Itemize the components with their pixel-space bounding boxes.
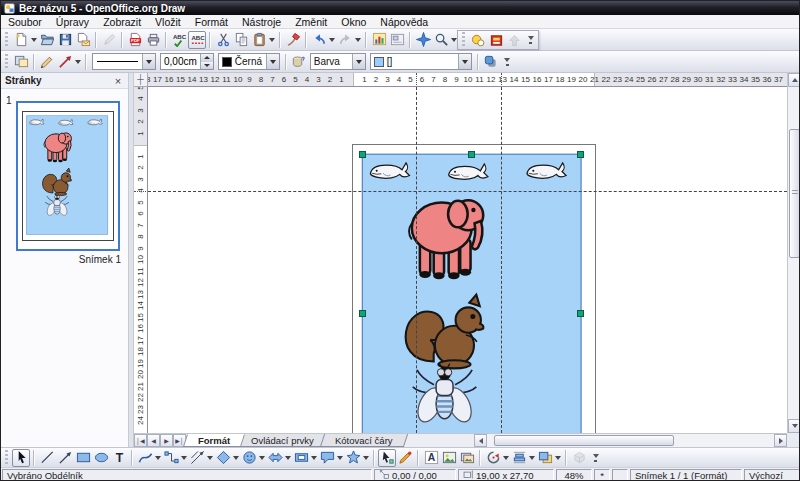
layer-tab-format[interactable]: Formát bbox=[183, 434, 245, 447]
spellcheck-button[interactable]: ABC bbox=[170, 31, 188, 49]
selection-handle[interactable] bbox=[359, 151, 366, 158]
symbol-shapes-dropdown-icon[interactable] bbox=[258, 449, 266, 467]
rectangle-button[interactable] bbox=[74, 449, 92, 467]
spin-up-icon[interactable] bbox=[201, 54, 213, 62]
menu-upravy[interactable]: Úpravy bbox=[49, 15, 96, 29]
page-thumbnail[interactable] bbox=[16, 101, 120, 251]
connector-button[interactable] bbox=[162, 449, 180, 467]
tab-nav-button-0[interactable]: │◀ bbox=[134, 434, 147, 447]
arrow-style-button[interactable] bbox=[56, 53, 74, 71]
scroll-right-icon[interactable] bbox=[774, 434, 787, 447]
chart-button[interactable] bbox=[370, 31, 388, 49]
chevron-down-icon[interactable] bbox=[458, 54, 471, 69]
chevron-down-icon[interactable] bbox=[266, 54, 279, 69]
basic-shapes-button[interactable] bbox=[214, 449, 232, 467]
print-button[interactable] bbox=[144, 31, 162, 49]
toolbar-overflow-button[interactable] bbox=[525, 31, 536, 49]
vertical-scrollbar-thumb[interactable] bbox=[789, 129, 800, 258]
block-arrows-button[interactable] bbox=[266, 449, 284, 467]
curve-button[interactable] bbox=[136, 449, 154, 467]
line-style-select[interactable] bbox=[92, 53, 156, 70]
connector-dropdown-icon[interactable] bbox=[180, 449, 188, 467]
toolbar-grip[interactable] bbox=[4, 450, 9, 466]
select-button[interactable] bbox=[12, 449, 30, 467]
menu-okno[interactable]: Okno bbox=[334, 15, 373, 29]
basic-shapes-dropdown-icon[interactable] bbox=[232, 449, 240, 467]
tab-nav-button-2[interactable]: ▶ bbox=[160, 434, 173, 447]
cut-button[interactable] bbox=[214, 31, 232, 49]
format-paintbrush-button[interactable] bbox=[284, 31, 302, 49]
menu-soubor[interactable]: Soubor bbox=[1, 15, 49, 29]
spin-down-icon[interactable] bbox=[201, 62, 213, 70]
auto-spellcheck-button[interactable]: ABC bbox=[188, 31, 206, 49]
title-bar[interactable]: Bez názvu 5 - OpenOffice.org Draw bbox=[1, 1, 800, 15]
undo-dropdown-icon[interactable] bbox=[328, 31, 336, 49]
status-page-style[interactable]: Výchozí bbox=[744, 469, 800, 481]
line-width-spinner[interactable]: 0,00cm bbox=[160, 53, 214, 70]
menu-zmenit[interactable]: Změnit bbox=[288, 15, 334, 29]
navigator-button[interactable] bbox=[414, 31, 432, 49]
ruler-origin-corner[interactable]: ┼ bbox=[134, 73, 148, 87]
paste-button[interactable] bbox=[250, 31, 268, 49]
chevron-down-icon[interactable] bbox=[142, 54, 155, 69]
menu-vlozit[interactable]: Vložit bbox=[148, 15, 188, 29]
glue-points-button[interactable] bbox=[396, 449, 414, 467]
fontwork-button[interactable]: A bbox=[422, 449, 440, 467]
line-color-combo[interactable]: Černá bbox=[218, 53, 280, 70]
copy-button[interactable] bbox=[232, 31, 250, 49]
toolbar-grip[interactable] bbox=[461, 32, 466, 48]
fill-style-combo[interactable]: Barva bbox=[310, 53, 366, 70]
status-size[interactable]: 19,00 x 27,70 bbox=[458, 469, 554, 481]
arrange-button[interactable] bbox=[536, 449, 554, 467]
lines-arrows-button[interactable] bbox=[188, 449, 206, 467]
new-document-dropdown-icon[interactable] bbox=[30, 31, 38, 49]
layer-tab-kotovacicary[interactable]: Kótovací čáry bbox=[320, 434, 408, 447]
new-document-button[interactable] bbox=[12, 31, 30, 49]
gallery-ball-button[interactable] bbox=[469, 31, 487, 49]
ellipse-button[interactable] bbox=[92, 449, 110, 467]
save-button[interactable] bbox=[56, 31, 74, 49]
selection-handle[interactable] bbox=[359, 310, 366, 317]
scroll-left-icon[interactable] bbox=[474, 434, 487, 447]
horizontal-ruler[interactable]: 1817161514131211109876543211234567891011… bbox=[148, 73, 787, 87]
export-pdf-button[interactable]: PDF bbox=[126, 31, 144, 49]
toolbar-overflow-button[interactable] bbox=[590, 449, 601, 467]
symbol-shapes-button[interactable] bbox=[240, 449, 258, 467]
block-arrows-dropdown-icon[interactable] bbox=[284, 449, 292, 467]
status-zoom[interactable]: 48% bbox=[556, 469, 592, 481]
report-button[interactable] bbox=[487, 31, 505, 49]
horizontal-scrollbar[interactable] bbox=[474, 434, 787, 447]
document-as-email-button[interactable] bbox=[74, 31, 92, 49]
arrange-dropdown-icon[interactable] bbox=[554, 449, 562, 467]
selection-handle[interactable] bbox=[577, 310, 584, 317]
menu-nastroje[interactable]: Nástroje bbox=[235, 15, 288, 29]
snap-guide-vertical[interactable] bbox=[416, 87, 417, 433]
alignment-button[interactable] bbox=[510, 449, 528, 467]
scroll-down-icon[interactable] bbox=[788, 419, 800, 433]
status-position[interactable]: 0,00 / 0,00 bbox=[374, 469, 456, 481]
selection-handle[interactable] bbox=[577, 151, 584, 158]
horizontal-scrollbar-thumb[interactable] bbox=[494, 435, 674, 446]
gallery-button[interactable] bbox=[458, 449, 476, 467]
open-folder-button[interactable] bbox=[38, 31, 56, 49]
lines-arrows-dropdown-icon[interactable] bbox=[206, 449, 214, 467]
menu-napoveda[interactable]: Nápověda bbox=[373, 15, 435, 29]
tab-nav-button-1[interactable]: ◀ bbox=[147, 434, 160, 447]
vertical-scrollbar[interactable] bbox=[787, 73, 800, 433]
snap-guide-horizontal[interactable] bbox=[148, 191, 787, 192]
paste-dropdown-icon[interactable] bbox=[268, 31, 276, 49]
arrow-button[interactable] bbox=[56, 449, 74, 467]
from-file-button[interactable] bbox=[440, 449, 458, 467]
fill-color-combo[interactable]: [] bbox=[370, 53, 472, 70]
styles-window-button[interactable] bbox=[12, 53, 30, 71]
toolbar-overflow-button[interactable] bbox=[502, 53, 513, 71]
curve-dropdown-icon[interactable] bbox=[154, 449, 162, 467]
toolbar-grip[interactable] bbox=[4, 54, 9, 70]
redo-dropdown-icon[interactable] bbox=[354, 31, 362, 49]
shadow-button[interactable] bbox=[482, 53, 500, 71]
selection-handle[interactable] bbox=[468, 151, 475, 158]
callouts-dropdown-icon[interactable] bbox=[336, 449, 344, 467]
line-button[interactable] bbox=[38, 449, 56, 467]
menu-zobrazit[interactable]: Zobrazit bbox=[96, 15, 148, 29]
vertical-ruler[interactable]: 6543211234567891011121314151617181920212… bbox=[134, 87, 148, 433]
